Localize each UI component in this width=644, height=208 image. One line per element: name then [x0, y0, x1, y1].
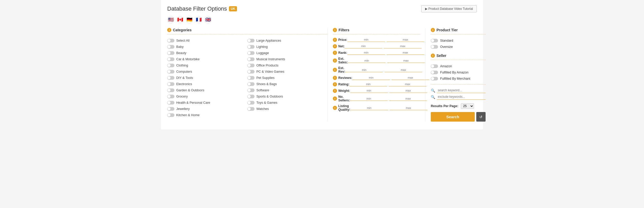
toggle-oversize[interactable]	[431, 45, 438, 49]
net-info-icon[interactable]: i	[333, 44, 337, 48]
toggle-electronics[interactable]	[167, 82, 174, 86]
tutorial-button[interactable]: ▶ Product Database Video Tutorial	[421, 5, 477, 12]
toggle-select-all[interactable]	[167, 39, 174, 42]
toggle-diy[interactable]	[167, 76, 174, 80]
toggle-lighting[interactable]	[247, 45, 255, 49]
cat-label: Electronics	[176, 82, 192, 86]
toggle-watches[interactable]	[247, 107, 255, 111]
tier-oversize: Oversize	[431, 44, 486, 50]
reviews-min[interactable]	[352, 76, 390, 80]
listing-info-icon[interactable]: i	[333, 106, 337, 110]
product-tier-info-icon[interactable]: i	[431, 28, 435, 32]
est-sales-info-icon[interactable]: i	[333, 58, 337, 63]
toggle-luggage[interactable]	[247, 51, 255, 55]
toggle-baby[interactable]	[167, 45, 174, 49]
filter-listing-quality: i Listing Quality:	[333, 104, 420, 112]
toggle-musical[interactable]	[247, 57, 255, 61]
us-flag[interactable]: 🇺🇸	[167, 16, 174, 23]
toggle-grocery[interactable]	[167, 95, 174, 98]
cat-label: Beauty	[176, 51, 186, 55]
toggle-car[interactable]	[167, 57, 174, 61]
categories-col2: Large Appliances Lighting Luggage Musica…	[247, 38, 327, 118]
exclude-input[interactable]	[437, 94, 486, 100]
cat-label: Pet Supplies	[256, 76, 274, 80]
weight-min[interactable]	[350, 88, 388, 93]
cat-label: Musical Instruments	[256, 57, 285, 61]
search-button[interactable]: Search	[431, 112, 475, 122]
cat-pc-games: PC & Video Games	[247, 69, 327, 75]
est-sales-min[interactable]	[348, 58, 386, 63]
product-tier-label: Product Tier	[436, 28, 458, 32]
toggle-standard[interactable]	[431, 39, 438, 42]
cat-sports: Sports & Outdoors	[247, 93, 327, 100]
results-row: Results Per Page: 25 50 100	[431, 103, 486, 109]
net-min[interactable]	[344, 44, 382, 48]
rating-max[interactable]	[389, 82, 426, 86]
toggle-office[interactable]	[247, 64, 255, 67]
net-max[interactable]	[384, 44, 421, 48]
est-sales-max[interactable]	[387, 58, 425, 63]
toggle-shoes[interactable]	[247, 82, 255, 86]
sellers-min[interactable]	[350, 96, 388, 101]
rank-min[interactable]	[347, 50, 385, 55]
filters-info-icon[interactable]: i	[333, 28, 337, 32]
seller-info-icon[interactable]: i	[431, 54, 435, 58]
toggle-amazon[interactable]	[431, 64, 438, 68]
cat-computers: Computers	[167, 69, 247, 75]
filters-section: i Filters i Price: i Net:	[327, 28, 426, 122]
toggle-jewellery[interactable]	[167, 107, 174, 111]
cat-label: Car & Motorbike	[176, 57, 200, 61]
toggle-computers[interactable]	[167, 70, 174, 73]
rank-max[interactable]	[387, 50, 424, 55]
toggle-sports[interactable]	[247, 95, 255, 98]
de-flag[interactable]: 🇩🇪	[186, 16, 193, 23]
toggle-fba[interactable]	[431, 71, 438, 74]
toggle-large-appliances[interactable]	[247, 39, 255, 42]
keyword-wrap: 🔍	[431, 88, 486, 93]
price-label: Price:	[338, 38, 347, 42]
toggle-fbm[interactable]	[431, 77, 438, 80]
seller-amazon-label: Amazon	[440, 64, 452, 68]
weight-max[interactable]	[389, 88, 427, 93]
keyword-input[interactable]	[437, 88, 486, 93]
listing-max[interactable]	[390, 106, 427, 110]
listing-min[interactable]	[350, 106, 388, 110]
toggle-clothing[interactable]	[167, 64, 174, 67]
sellers-max[interactable]	[389, 96, 427, 101]
est-rev-label: Est. Rev:	[338, 66, 345, 73]
results-per-page-select[interactable]: 25 50 100	[461, 103, 474, 109]
est-rev-max[interactable]	[385, 68, 422, 72]
cat-baby: Baby	[167, 44, 247, 50]
toggle-beauty[interactable]	[167, 51, 174, 55]
categories-info-icon[interactable]: i	[167, 28, 171, 32]
toggle-toys[interactable]	[247, 101, 255, 105]
main-content: i Categories Select All Baby Bea	[167, 28, 477, 122]
est-rev-min[interactable]	[345, 68, 383, 72]
rating-min[interactable]	[349, 82, 387, 86]
toggle-health[interactable]	[167, 101, 174, 105]
right-section: i Product Tier Standard Oversize i Selle…	[426, 28, 486, 122]
uk-flag[interactable]: 🇬🇧	[204, 16, 212, 23]
sellers-info-icon[interactable]: i	[333, 96, 337, 101]
cat-office: Office Products	[247, 62, 327, 69]
cat-beauty: Beauty	[167, 50, 247, 56]
reset-button[interactable]: ↺	[476, 112, 486, 122]
ca-flag[interactable]: 🇨🇦	[177, 16, 184, 23]
price-min[interactable]	[347, 38, 385, 42]
toggle-garden[interactable]	[167, 88, 174, 92]
reviews-info-icon[interactable]: i	[333, 76, 337, 80]
rank-info-icon[interactable]: i	[333, 51, 337, 55]
fr-flag[interactable]: 🇫🇷	[195, 16, 202, 23]
exclude-keyword-icon: 🔍	[431, 95, 435, 99]
toggle-software[interactable]	[247, 88, 255, 92]
toggle-pc-games[interactable]	[247, 70, 255, 73]
price-max[interactable]	[387, 38, 424, 42]
price-info-icon[interactable]: i	[333, 38, 337, 42]
toggle-pet[interactable]	[247, 76, 255, 80]
rating-info-icon[interactable]: i	[333, 82, 337, 86]
toggle-kitchen[interactable]	[167, 113, 174, 117]
reviews-max[interactable]	[392, 76, 429, 80]
est-rev-info-icon[interactable]: i	[333, 68, 337, 72]
weight-info-icon[interactable]: i	[333, 89, 337, 93]
cat-label: DIY & Tools	[176, 76, 193, 80]
